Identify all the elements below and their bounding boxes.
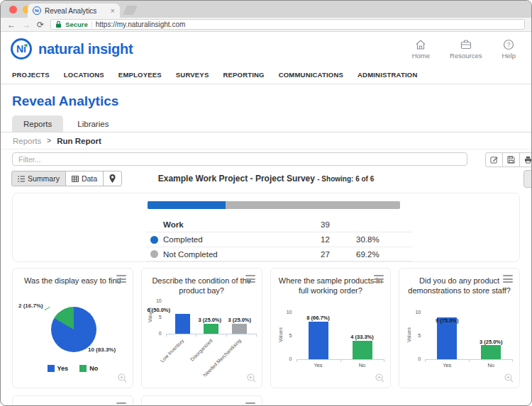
bar-yes[interactable] (309, 322, 328, 359)
breadcrumb: Reports > Run Report (1, 132, 531, 150)
nav-item-projects[interactable]: PROJECTS (12, 71, 50, 79)
chart-cards-row-2: What Products did you How many coupons d… (12, 395, 520, 406)
pie-chart[interactable] (51, 307, 96, 352)
nav-item-locations[interactable]: LOCATIONS (64, 71, 104, 79)
forward-icon[interactable]: → (22, 21, 31, 29)
resources-link[interactable]: Resources (450, 39, 482, 60)
secure-badge: Secure (65, 21, 88, 28)
map-view-button[interactable] (103, 171, 122, 186)
browser-tab[interactable]: Ni Reveal Analytics × (28, 4, 120, 18)
completion-progress-bar (148, 201, 400, 209)
row-label: Not Completed (163, 250, 321, 259)
data-view-button[interactable]: Data (65, 171, 104, 186)
site-favicon-icon: Ni (33, 6, 41, 15)
zoom-icon[interactable] (375, 373, 384, 383)
nav-item-communications[interactable]: COMMUNICATIONS (279, 71, 343, 79)
completed-dot (150, 236, 158, 244)
home-icon (415, 39, 426, 50)
card-menu-icon[interactable] (116, 275, 126, 283)
pencil-icon (490, 156, 498, 164)
browser-toolbar: ← → ⟳ Secure https://my.naturalinsight.c… (1, 18, 531, 32)
row-value: 12 (321, 235, 356, 244)
card-menu-icon[interactable] (245, 402, 255, 406)
home-link[interactable]: Home (412, 39, 430, 60)
site-header: Ni natural insight Home Resources ? (1, 32, 531, 66)
breadcrumb-current: Run Report (57, 137, 101, 145)
tab-close-icon[interactable]: × (111, 7, 115, 15)
table-row: Completed 12 30.8% (146, 232, 413, 247)
slice-annotation: 2 (16.7%) (18, 303, 43, 309)
chart-card-bar: Did you do any product demonstrations to… (399, 268, 520, 388)
new-tab-button[interactable] (123, 6, 137, 15)
briefcase-icon (460, 39, 472, 50)
svg-text:?: ? (507, 41, 511, 48)
tab-reports[interactable]: Reports (12, 115, 63, 132)
chart-card-pie: Was the display easy to find 2 (16.7%) 1… (12, 268, 133, 388)
chart-card-bar: Describe the condition of the product ba… (141, 268, 262, 388)
chart-title: How many coupons did you hand (149, 403, 255, 406)
filter-input[interactable] (12, 152, 467, 166)
main-nav: PROJECTS LOCATIONS EMPLOYEES SURVEYS REP… (1, 66, 531, 84)
bar-needed-merchandising[interactable] (232, 324, 247, 334)
nav-item-employees[interactable]: EMPLOYEES (118, 71, 162, 79)
lock-icon (55, 21, 62, 28)
chart-title: Did you do any product demonstrations to… (406, 276, 512, 296)
logo[interactable]: Ni (11, 38, 32, 60)
url-text: https://my.naturalinsight.com (96, 21, 186, 28)
x-tick-label: Low Inventory (160, 338, 185, 363)
chart-card-partial: How many coupons did you hand (141, 395, 262, 406)
nav-item-surveys[interactable]: SURVEYS (176, 71, 209, 79)
zoom-icon[interactable] (247, 373, 256, 383)
list-icon (18, 176, 25, 182)
x-tick-label: Yes (433, 362, 461, 368)
card-menu-icon[interactable] (374, 275, 384, 283)
logo-wordmark: natural insight (38, 41, 133, 57)
reload-icon[interactable]: ⟳ (37, 21, 44, 29)
chart-title: Where the sample products in full workin… (278, 276, 384, 296)
browser-window: Ni Reveal Analytics × ← → ⟳ Secure https… (0, 0, 532, 406)
not-completed-dot (150, 250, 158, 258)
close-window-button[interactable] (9, 6, 17, 13)
print-button[interactable] (519, 152, 532, 167)
save-button[interactable] (502, 152, 520, 167)
card-menu-icon[interactable] (245, 275, 255, 283)
row-pct: 69.2% (356, 250, 413, 259)
collapsed-side-button[interactable] (523, 170, 532, 188)
edit-button[interactable] (485, 152, 503, 167)
chart-title: What Products did you (20, 403, 126, 406)
nav-item-administration[interactable]: ADMINISTRATION (358, 71, 417, 79)
breadcrumb-parent[interactable]: Reports (13, 137, 41, 145)
bar-no[interactable] (353, 341, 372, 359)
bar-disorganized[interactable] (204, 324, 218, 334)
nav-item-reporting[interactable]: REPORTING (223, 71, 264, 79)
x-tick-label: Yes (304, 362, 333, 368)
card-menu-icon[interactable] (116, 402, 126, 406)
divider (92, 21, 92, 28)
report-tools (486, 152, 532, 167)
filter-row (1, 150, 531, 169)
tab-libraries[interactable]: Libraries (66, 115, 120, 132)
chevron-right-icon: > (47, 137, 51, 145)
page-tabs: Reports Libraries (1, 115, 531, 132)
x-tick-label: No (477, 362, 505, 368)
zoom-icon[interactable] (118, 373, 127, 383)
printer-icon (524, 156, 532, 164)
row-value: 27 (321, 250, 356, 259)
url-bar[interactable]: Secure https://my.naturalinsight.com (50, 19, 525, 30)
map-pin-icon (109, 174, 116, 183)
legend-swatch (79, 365, 87, 372)
slice-annotation: 10 (83.3%) (88, 346, 116, 353)
help-icon: ? (503, 39, 514, 50)
card-menu-icon[interactable] (503, 275, 513, 283)
bar-no[interactable] (481, 345, 501, 359)
summary-view-button[interactable]: Summary (11, 171, 66, 186)
leader-line (44, 307, 50, 311)
table-header-row: Work 39 (146, 217, 413, 232)
page-title: Reveal Analytics (12, 94, 520, 109)
back-icon[interactable]: ← (7, 21, 16, 29)
chart-legend: Yes No (13, 365, 133, 372)
zoom-icon[interactable] (504, 373, 514, 383)
work-label: Work (163, 220, 321, 229)
row-pct: 30.8% (356, 235, 413, 244)
help-link[interactable]: ? Help (501, 39, 516, 60)
